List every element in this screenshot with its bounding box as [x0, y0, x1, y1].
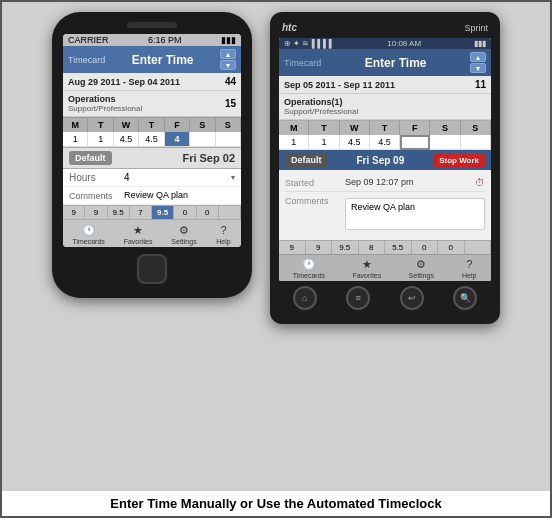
htc-arrow-down[interactable]: ▼ [470, 63, 486, 73]
iphone-arrow-up[interactable]: ▲ [220, 49, 236, 59]
iphone-selected-day-text: Fri Sep 02 [182, 152, 235, 164]
htc-daterange-row: Sep 05 2011 - Sep 11 2011 11 [279, 76, 491, 94]
htc-daterange-label: Sep 05 2011 - Sep 11 2011 [284, 80, 395, 90]
iphone-cell-3[interactable]: 4.5 [139, 132, 164, 147]
htc-timecards-icon: 🕐 [301, 257, 317, 271]
iphone-cell-2[interactable]: 4.5 [114, 132, 139, 147]
htc-cell-5[interactable] [430, 135, 460, 150]
iphone-cell-5[interactable] [190, 132, 215, 147]
iphone-cal-S1: S [190, 118, 215, 132]
help-icon: ? [216, 223, 232, 237]
iphone-carrier: CARRIER [68, 35, 109, 45]
iphone-tab-timecards[interactable]: 🕐 Timecards [72, 223, 104, 245]
caption-text: Enter Time Manually or Use the Automated… [110, 496, 441, 511]
iphone-hours-value[interactable]: 4 [124, 172, 231, 183]
htc-cal-W: W [340, 121, 370, 135]
iphone-cal-T2: T [139, 118, 164, 132]
iphone-calendar-header: M T W T F S S [63, 117, 241, 132]
htc-cal-F: F [400, 121, 430, 135]
htc-num-0[interactable]: 9 [279, 241, 306, 254]
htc-back-btn[interactable]: ↩ [400, 286, 424, 310]
htc-menu-btn[interactable]: ≡ [346, 286, 370, 310]
iphone-cal-S2: S [216, 118, 241, 132]
htc-header-arrows[interactable]: ▲ ▼ [470, 52, 486, 73]
htc-cell-1[interactable]: 1 [309, 135, 339, 150]
htc-device: htc Sprint ⊕ ✦ ≋ ▌▌▌▌ 10:08 AM ▮▮▮ Timec… [270, 12, 500, 324]
htc-stop-work-btn[interactable]: Stop Work [433, 154, 485, 167]
iphone-tab-help-label: Help [216, 238, 230, 245]
iphone-arrow-down[interactable]: ▼ [220, 60, 236, 70]
iphone-comments-value[interactable]: Review QA plan [124, 190, 235, 200]
htc-comments-value[interactable]: Review QA plan [345, 198, 485, 230]
htc-header: Timecard Enter Time ▲ ▼ [279, 49, 491, 76]
htc-timecard-label: Timecard [284, 58, 321, 68]
iphone-numbers-bar: 9 9 9.5 7 9.5 0 0 [63, 205, 241, 219]
htc-tab-settings[interactable]: ⚙ Settings [409, 257, 434, 279]
htc-bottom-buttons: ⌂ ≡ ↩ 🔍 [278, 281, 492, 312]
iphone-tab-favorites[interactable]: ★ Favorites [124, 223, 153, 245]
iphone-tab-help[interactable]: ? Help [216, 223, 232, 245]
iphone-comments-row: Comments Review QA plan [63, 187, 241, 205]
htc-tab-favorites-label: Favorites [352, 272, 381, 279]
iphone-header-arrows[interactable]: ▲ ▼ [220, 49, 236, 70]
htc-tab-timecards[interactable]: 🕐 Timecards [293, 257, 325, 279]
htc-brand: htc [282, 22, 297, 33]
htc-num-2[interactable]: 9.5 [332, 241, 359, 254]
iphone-num-0[interactable]: 9 [63, 206, 85, 219]
htc-tab-favorites[interactable]: ★ Favorites [352, 257, 381, 279]
iphone-tab-timecards-label: Timecards [72, 238, 104, 245]
htc-favorites-icon: ★ [359, 257, 375, 271]
htc-cal-M: M [279, 121, 309, 135]
iphone-hours-arrow[interactable]: ▾ [231, 173, 235, 182]
htc-num-1[interactable]: 9 [306, 241, 333, 254]
htc-comments-label: Comments [285, 195, 345, 206]
htc-search-btn[interactable]: 🔍 [453, 286, 477, 310]
htc-num-6[interactable]: 0 [438, 241, 465, 254]
htc-settings-icon: ⚙ [413, 257, 429, 271]
htc-cell-6[interactable] [461, 135, 491, 150]
htc-num-4[interactable]: 5.5 [385, 241, 412, 254]
iphone-num-6[interactable]: 0 [197, 206, 219, 219]
htc-screen: ⊕ ✦ ≋ ▌▌▌▌ 10:08 AM ▮▮▮ Timecard Enter T… [279, 38, 491, 281]
iphone-cell-4-active[interactable]: 4 [165, 132, 190, 147]
htc-num-3[interactable]: 8 [359, 241, 386, 254]
htc-home-btn[interactable]: ⌂ [293, 286, 317, 310]
iphone-tabs: 🕐 Timecards ★ Favorites ⚙ Settings ? Hel… [63, 219, 241, 247]
iphone-cell-0[interactable]: 1 [63, 132, 88, 147]
iphone-tab-settings[interactable]: ⚙ Settings [171, 223, 196, 245]
iphone-num-2[interactable]: 9.5 [108, 206, 130, 219]
iphone-timecard-label: Timecard [68, 55, 105, 65]
iphone-cell-1[interactable]: 1 [88, 132, 113, 147]
iphone-header: Timecard Enter Time ▲ ▼ [63, 46, 241, 73]
iphone-daterange-value: 44 [225, 76, 236, 87]
htc-default-btn[interactable]: Default [285, 153, 328, 167]
htc-started-value[interactable]: Sep 09 12:07 pm [345, 177, 473, 187]
iphone-num-5[interactable]: 0 [174, 206, 196, 219]
iphone-device: CARRIER 6:16 PM ▮▮▮ Timecard Enter Time … [52, 12, 252, 298]
htc-tab-help[interactable]: ? Help [461, 257, 477, 279]
htc-battery: ▮▮▮ [474, 39, 486, 48]
iphone-default-btn[interactable]: Default [69, 151, 112, 165]
iphone-home-button[interactable] [137, 254, 167, 284]
iphone-cell-6[interactable] [216, 132, 241, 147]
htc-cell-0[interactable]: 1 [279, 135, 309, 150]
htc-status-bar: ⊕ ✦ ≋ ▌▌▌▌ 10:08 AM ▮▮▮ [279, 38, 491, 49]
iphone-time: 6:16 PM [148, 35, 182, 45]
htc-cell-3[interactable]: 4.5 [370, 135, 400, 150]
htc-carrier: Sprint [464, 23, 488, 33]
iphone-num-4-active[interactable]: 9.5 [152, 206, 174, 219]
htc-cell-2[interactable]: 4.5 [340, 135, 370, 150]
iphone-tab-favorites-label: Favorites [124, 238, 153, 245]
iphone-speaker [127, 22, 177, 28]
htc-cal-T2: T [370, 121, 400, 135]
iphone-tab-settings-label: Settings [171, 238, 196, 245]
htc-num-5[interactable]: 0 [412, 241, 439, 254]
iphone-cal-M: M [63, 118, 88, 132]
htc-cell-4-selected[interactable] [400, 135, 430, 150]
iphone-num-3[interactable]: 7 [130, 206, 152, 219]
iphone-daterange-label: Aug 29 2011 - Sep 04 2011 [68, 77, 180, 87]
iphone-operations-row: Operations Support/Professional 15 [63, 91, 241, 117]
htc-arrow-up[interactable]: ▲ [470, 52, 486, 62]
iphone-screen: CARRIER 6:16 PM ▮▮▮ Timecard Enter Time … [63, 34, 241, 247]
iphone-num-1[interactable]: 9 [85, 206, 107, 219]
